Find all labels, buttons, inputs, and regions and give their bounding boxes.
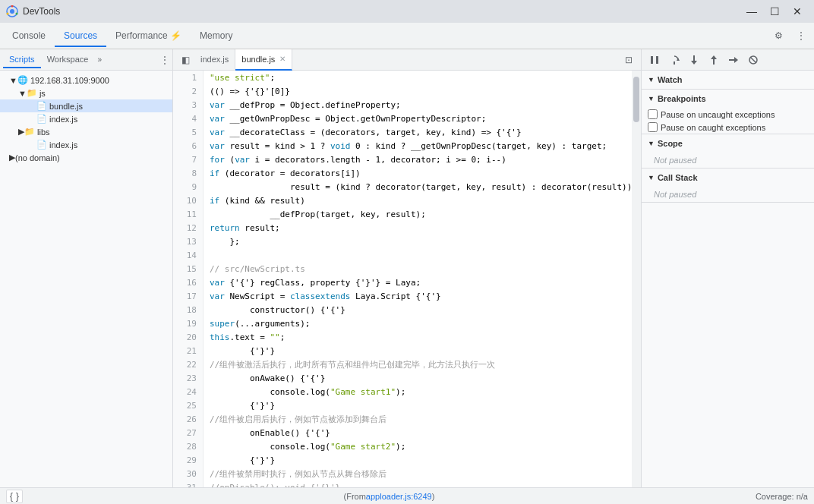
deactivate-breakpoints-button[interactable] <box>745 52 762 68</box>
tree-item-index-js-inner[interactable]: 📄 index.js <box>0 112 172 125</box>
sidebar-tree: ▼ 🌐 192.168.31.109:9000 ▼ 📁 js 📄 bundle.… <box>0 71 172 487</box>
line-num-25: 25 <box>173 398 203 412</box>
tab-sources[interactable]: Sources <box>55 26 106 47</box>
svg-point-1 <box>10 9 14 14</box>
statusbar-source-link[interactable]: apploader.js:6249 <box>366 492 432 501</box>
scroll-thumb[interactable] <box>633 77 639 122</box>
more-options-button[interactable]: ⋮ <box>791 26 811 46</box>
sidebar-more-tabs[interactable]: » <box>97 55 102 64</box>
debug-toolbar <box>642 49 814 71</box>
titlebar-controls: — ☐ ✕ <box>741 3 808 20</box>
minimize-button[interactable]: — <box>741 3 762 20</box>
vertical-scrollbar[interactable] <box>632 71 641 487</box>
line-num-5: 5 <box>173 125 203 139</box>
svg-marker-14 <box>734 57 738 63</box>
pause-uncaught-checkbox[interactable] <box>648 109 658 119</box>
folder-label-js: js <box>39 89 46 98</box>
svg-point-3 <box>16 13 18 15</box>
tree-item-js-folder[interactable]: ▼ 📁 js <box>0 87 172 99</box>
breakpoints-label: Breakpoints <box>658 94 706 103</box>
statusbar: { } (From apploader.js:6249 ) Coverage: … <box>0 487 814 504</box>
editor-tab-bundle-js[interactable]: bundle.js ✕ <box>235 49 292 71</box>
pause-caught-item: Pause on caught exceptions <box>642 121 814 134</box>
close-button[interactable]: ✕ <box>787 3 808 20</box>
scope-arrow: ▼ <box>648 140 655 147</box>
line-num-13: 13 <box>173 235 203 248</box>
call-stack-section-header[interactable]: ▼ Call Stack <box>642 169 814 187</box>
breakpoints-section: ▼ Breakpoints Pause on uncaught exceptio… <box>642 90 814 134</box>
sidebar-tab-workspace[interactable]: Workspace <box>41 52 95 68</box>
code-line-7: for (var i = decorators.length - 1, deco… <box>204 153 632 166</box>
editor-tab-label-index-js: index.js <box>200 55 229 64</box>
server-label: 192.168.31.109:9000 <box>30 76 109 85</box>
watch-arrow: ▼ <box>648 76 655 83</box>
sidebar-tab-bar: Scripts Workspace » ⋮ <box>0 49 172 71</box>
code-line-28: console.log("Game start2"); <box>204 439 632 453</box>
step-out-button[interactable] <box>705 52 722 68</box>
code-line-23: onAwake() {'{'} <box>204 371 632 385</box>
collapse-panel-button[interactable]: ◧ <box>176 51 194 69</box>
code-line-15: // src/NewScript.ts <box>204 262 632 276</box>
tab-console[interactable]: Console <box>3 26 55 47</box>
settings-button[interactable]: ⚙ <box>768 26 788 46</box>
code-line-13: }; <box>204 235 632 248</box>
code-content[interactable]: "use strict"; (() => {'{}'[0]} var __def… <box>204 71 632 487</box>
tree-item-server[interactable]: ▼ 🌐 192.168.31.109:9000 <box>0 74 172 87</box>
code-editor[interactable]: 1 2 3 4 5 6 7 8 9 10 11 12 13 14 15 16 1 <box>173 71 632 487</box>
breakpoints-section-header[interactable]: ▼ Breakpoints <box>642 90 814 108</box>
statusbar-center: (From apploader.js:6249 ) <box>23 492 756 501</box>
breakpoints-arrow: ▼ <box>648 95 655 102</box>
maximize-button[interactable]: ☐ <box>764 3 785 20</box>
pause-uncaught-item: Pause on uncaught exceptions <box>642 108 814 121</box>
tree-item-bundle-js[interactable]: 📄 bundle.js <box>0 99 172 112</box>
code-line-17: var NewScript = class extends Laya.Scrip… <box>204 289 632 303</box>
editor-tab-index-js[interactable]: index.js <box>194 49 235 71</box>
svg-rect-6 <box>656 56 658 64</box>
panel-toggle-button[interactable]: ⊡ <box>620 51 638 69</box>
line-num-9: 9 <box>173 180 203 194</box>
watch-section-header[interactable]: ▼ Watch <box>642 71 814 89</box>
tab-performance[interactable]: Performance ⚡ <box>106 26 191 47</box>
step-into-button[interactable] <box>686 52 702 68</box>
code-line-1: "use strict"; <box>204 71 632 84</box>
step-button[interactable] <box>725 52 742 68</box>
step-over-button[interactable] <box>666 52 683 68</box>
statusbar-left: { } <box>6 490 23 503</box>
scope-label: Scope <box>658 139 683 148</box>
svg-marker-12 <box>711 55 717 59</box>
code-line-25: {'}'} <box>204 398 632 412</box>
sidebar-tab-scripts[interactable]: Scripts <box>3 52 41 68</box>
tree-item-libs-folder[interactable]: ▶ 📁 libs <box>0 125 172 138</box>
right-panel: ▼ Watch ▼ Breakpoints Pause on uncaught … <box>641 49 814 487</box>
pause-uncaught-label: Pause on uncaught exceptions <box>661 110 775 119</box>
pretty-print-button[interactable]: { } <box>6 490 23 503</box>
file-label-bundle-js: bundle.js <box>49 102 83 111</box>
line-num-15: 15 <box>173 262 203 276</box>
line-num-17: 17 <box>173 289 203 303</box>
code-line-20: this.text = ""; <box>204 330 632 344</box>
call-stack-section: ▼ Call Stack Not paused <box>642 169 814 203</box>
file-label-index-js-outer: index.js <box>49 140 77 150</box>
pause-caught-checkbox[interactable] <box>648 122 658 132</box>
tree-item-no-domain[interactable]: ▶ (no domain) <box>0 151 172 164</box>
line-num-3: 3 <box>173 98 203 112</box>
editor-tab-label-bundle-js: bundle.js <box>241 55 275 64</box>
sidebar-menu-button[interactable]: ⋮ <box>160 55 169 65</box>
code-line-16: var {'{'} regClass, property {'}'} = Lay… <box>204 276 632 289</box>
line-num-7: 7 <box>173 153 203 166</box>
file-icon-index-js-outer: 📄 <box>36 140 47 150</box>
tab-memory[interactable]: Memory <box>191 26 241 47</box>
code-line-10: if (kind && result) <box>204 194 632 207</box>
svg-marker-10 <box>691 61 697 65</box>
line-numbers: 1 2 3 4 5 6 7 8 9 10 11 12 13 14 15 16 1 <box>173 71 204 487</box>
scope-section-header[interactable]: ▼ Scope <box>642 134 814 153</box>
line-num-6: 6 <box>173 139 203 153</box>
pause-button[interactable] <box>646 52 663 68</box>
svg-rect-5 <box>651 56 653 64</box>
line-num-10: 10 <box>173 194 203 207</box>
close-tab-bundle-js[interactable]: ✕ <box>279 55 286 63</box>
expand-arrow-libs: ▶ <box>18 127 24 137</box>
code-line-26: //组件被启用后执行，例如节点被添加到舞台后 <box>204 412 632 426</box>
tree-item-index-js-outer[interactable]: 📄 index.js <box>0 138 172 151</box>
svg-point-2 <box>11 5 14 8</box>
